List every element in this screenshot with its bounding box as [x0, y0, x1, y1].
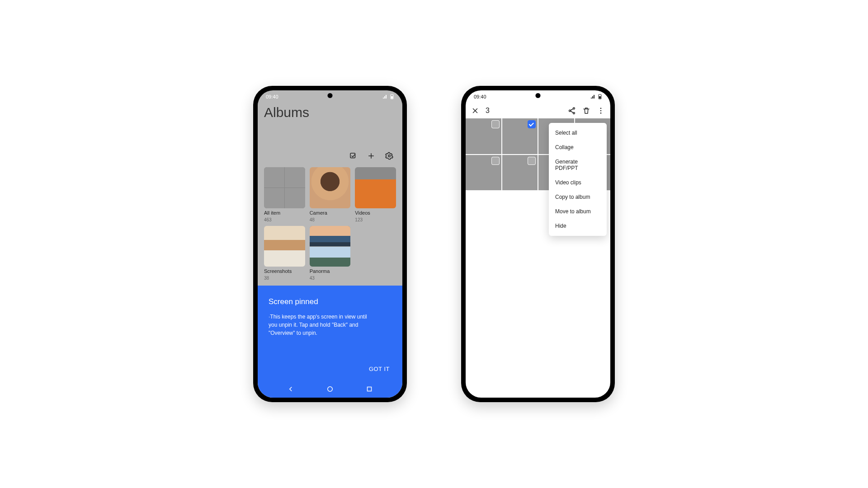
menu-select-all[interactable]: Select all	[549, 126, 607, 140]
album-name: Screenshots	[264, 268, 305, 274]
album-videos[interactable]: Videos 123	[355, 167, 396, 222]
svg-rect-5	[367, 387, 371, 391]
pin-info-sheet: Screen pinned ·This keeps the app's scre…	[258, 286, 402, 398]
album-count: 48	[310, 217, 351, 222]
screen: 09:40 Albums All item 463	[258, 90, 402, 398]
nav-bar	[258, 385, 402, 393]
more-icon[interactable]	[597, 107, 605, 115]
photo-check[interactable]	[491, 157, 500, 165]
battery-icon	[390, 94, 394, 99]
photo-check[interactable]	[491, 120, 500, 128]
photo-check[interactable]	[528, 157, 536, 165]
photo-item[interactable]	[466, 155, 501, 191]
album-panorama[interactable]: Panorma 43	[310, 226, 351, 281]
menu-generate-pdf-ppt[interactable]: Generate PDF/PPT	[549, 155, 607, 175]
album-all-item[interactable]: All item 463	[264, 167, 305, 222]
menu-move-to-album[interactable]: Move to album	[549, 204, 607, 219]
svg-point-3	[388, 155, 391, 157]
camera-hole	[536, 93, 541, 98]
album-count: 123	[355, 217, 396, 222]
menu-hide[interactable]: Hide	[549, 219, 607, 233]
album-name: All item	[264, 210, 305, 216]
status-icons	[590, 94, 602, 99]
menu-collage[interactable]: Collage	[549, 140, 607, 155]
album-count: 43	[310, 276, 351, 281]
photo-item[interactable]	[502, 155, 538, 191]
settings-icon[interactable]	[385, 152, 393, 160]
album-screenshots[interactable]: Screenshots 38	[264, 226, 305, 281]
signal-icon	[590, 94, 596, 99]
status-time: 09:40	[266, 94, 278, 99]
svg-rect-1	[391, 96, 393, 99]
battery-icon	[598, 94, 602, 99]
album-name: Camera	[310, 210, 351, 216]
back-icon[interactable]	[287, 385, 295, 393]
phone-mockup-selection: 09:40 3 Select all Collage	[461, 86, 615, 402]
album-name: Videos	[355, 210, 396, 216]
menu-copy-to-album[interactable]: Copy to album	[549, 190, 607, 204]
photo-item[interactable]	[466, 118, 501, 154]
share-icon[interactable]	[568, 107, 576, 115]
svg-point-13	[600, 113, 602, 114]
overview-icon[interactable]	[365, 385, 373, 393]
svg-point-4	[328, 387, 333, 392]
got-it-button[interactable]: GOT IT	[369, 366, 390, 372]
album-count: 463	[264, 217, 305, 222]
svg-rect-7	[599, 96, 601, 99]
add-icon[interactable]	[367, 152, 375, 160]
photo-check-selected[interactable]	[528, 120, 536, 128]
svg-point-12	[600, 110, 602, 112]
menu-video-clips[interactable]: Video clips	[549, 175, 607, 190]
album-camera[interactable]: Camera 48	[310, 167, 351, 222]
album-grid: All item 463 Camera 48 Videos 123	[264, 167, 396, 281]
select-icon[interactable]	[349, 152, 357, 160]
status-icons	[382, 94, 394, 99]
sheet-body: ·This keeps the app's screen in view unt…	[269, 313, 377, 337]
page-title: Albums	[264, 105, 396, 120]
photo-item[interactable]	[502, 118, 538, 154]
camera-hole	[328, 93, 333, 98]
status-time: 09:40	[474, 94, 486, 99]
screen: 09:40 3 Select all Collage	[466, 90, 610, 398]
selection-count: 3	[486, 107, 490, 115]
signal-icon	[382, 94, 388, 99]
sheet-title: Screen pinned	[269, 297, 392, 306]
album-name: Panorma	[310, 268, 351, 274]
selection-top-bar: 3	[466, 103, 610, 118]
svg-point-11	[600, 108, 602, 109]
home-icon[interactable]	[326, 385, 334, 393]
album-actions	[264, 152, 396, 160]
context-menu: Select all Collage Generate PDF/PPT Vide…	[549, 123, 607, 236]
close-icon[interactable]	[471, 107, 479, 115]
delete-icon[interactable]	[582, 107, 590, 115]
phone-mockup-albums: 09:40 Albums All item 463	[253, 86, 407, 402]
album-count: 38	[264, 276, 305, 281]
